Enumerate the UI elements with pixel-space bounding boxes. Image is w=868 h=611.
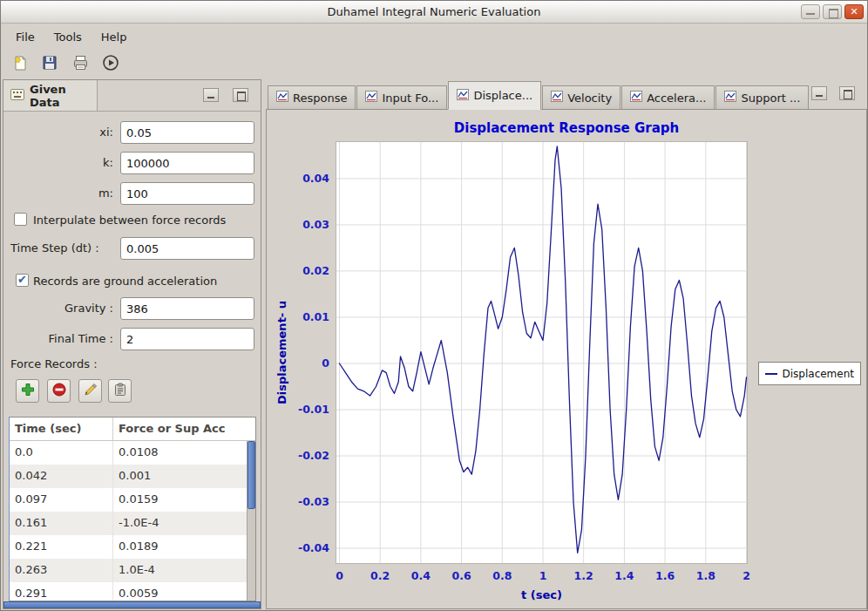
x-tick-label: 0.2 — [363, 569, 397, 582]
new-file-button[interactable] — [7, 52, 31, 77]
x-tick-label: 1 — [526, 569, 560, 582]
menu-file[interactable]: File — [6, 26, 44, 48]
menu-help[interactable]: Help — [92, 26, 137, 48]
new-file-icon — [11, 55, 28, 75]
paste-record-icon — [113, 383, 127, 400]
tab-label: Velocity — [567, 92, 612, 105]
cell-force: 0.0059 — [113, 582, 255, 601]
cell-force: -1.0E-4 — [113, 512, 255, 535]
gravity-input[interactable] — [120, 297, 254, 320]
force-records-label: Force Records : — [10, 357, 98, 370]
frame-minimize-icon[interactable] — [203, 88, 219, 102]
results-minimize-icon[interactable] — [811, 86, 827, 100]
window-title: Duhamel Integral Numeric Evaluation — [1, 1, 867, 23]
results-maximize-icon[interactable] — [839, 86, 855, 100]
chart-tab-icon — [276, 91, 288, 105]
col-header-time[interactable]: Time (sec) — [10, 418, 113, 440]
close-icon[interactable] — [844, 4, 864, 19]
final-time-label: Final Time : — [9, 332, 113, 345]
y-tick-label: -0.04 — [289, 541, 329, 554]
remove-record-button[interactable] — [47, 379, 71, 403]
plot-area — [336, 141, 748, 564]
table-row[interactable]: 0.00.0108 — [10, 441, 255, 465]
y-tick-label: -0.03 — [289, 495, 329, 508]
paste-record-button[interactable] — [108, 379, 132, 403]
print-button[interactable] — [68, 52, 92, 77]
maximize-icon[interactable] — [823, 4, 842, 19]
print-icon — [72, 55, 89, 75]
y-axis-label: Displacement- u — [275, 222, 290, 484]
x-tick-label: 0.8 — [485, 569, 519, 582]
y-tick-label: 0.03 — [289, 218, 329, 231]
run-icon — [102, 54, 119, 75]
tab-label: Accelera... — [647, 92, 706, 105]
time-step-input[interactable] — [120, 237, 254, 260]
m-input[interactable] — [120, 182, 254, 205]
results-frame: ResponseInput Fo...Displace...VelocityAc… — [266, 79, 867, 609]
cell-force: 0.0189 — [113, 535, 255, 559]
legend-label: Displacement — [783, 368, 855, 380]
tab-label: Response — [293, 92, 347, 105]
menu-tools[interactable]: Tools — [44, 26, 92, 48]
chart-tab-icon — [457, 89, 469, 103]
table-body: 0.00.01080.0420.0010.0970.01590.161-1.0E… — [10, 441, 255, 601]
tab-label: Displace... — [473, 89, 532, 102]
table-row[interactable]: 0.2631.0E-4 — [10, 559, 255, 582]
cell-force: 0.0159 — [113, 488, 255, 512]
cell-time: 0.291 — [10, 582, 113, 601]
legend: Displacement — [758, 362, 861, 385]
table-row[interactable]: 0.0970.0159 — [10, 488, 255, 512]
vertical-scrollbar-thumb[interactable] — [248, 441, 255, 509]
minimize-icon[interactable] — [801, 4, 820, 19]
col-header-force[interactable]: Force or Sup Acc — [113, 418, 255, 440]
edit-record-button[interactable] — [78, 379, 102, 403]
tab-velocity[interactable]: Velocity — [542, 85, 620, 109]
tab-response[interactable]: Response — [268, 85, 356, 109]
time-step-label: Time Step (dt) : — [10, 241, 99, 255]
menubar: File Tools Help — [1, 24, 867, 50]
save-button[interactable] — [37, 52, 62, 77]
xi-input[interactable] — [120, 121, 254, 144]
ground-accel-checkbox[interactable] — [16, 274, 29, 287]
given-data-title: Given Data — [30, 83, 97, 109]
tab-support[interactable]: Support ... — [715, 85, 809, 109]
x-tick-label: 1.4 — [607, 569, 641, 582]
vertical-scrollbar[interactable] — [247, 441, 255, 601]
remove-record-icon — [52, 383, 66, 400]
tab-accelera[interactable]: Accelera... — [621, 85, 715, 109]
table-row[interactable]: 0.0420.001 — [10, 465, 255, 488]
tab-displace[interactable]: Displace... — [448, 81, 541, 110]
y-tick-label: -0.02 — [289, 449, 329, 462]
tab-input-fo[interactable]: Input Fo... — [356, 85, 447, 109]
interpolate-checkbox[interactable] — [14, 213, 27, 226]
chart-tab-icon — [365, 91, 377, 105]
x-tick-label: 0.6 — [444, 569, 479, 582]
table-row[interactable]: 0.161-1.0E-4 — [10, 512, 255, 535]
cell-time: 0.097 — [10, 488, 113, 512]
k-label: k: — [9, 156, 113, 169]
run-button[interactable] — [98, 52, 123, 77]
horizontal-scrollbar[interactable] — [3, 601, 261, 608]
edit-record-icon — [84, 383, 98, 400]
app-window: Duhamel Integral Numeric Evaluation File… — [0, 0, 868, 611]
displacement-plot — [336, 141, 748, 564]
add-record-button[interactable] — [16, 379, 39, 403]
interpolate-label: Interpulate between force records — [33, 214, 226, 227]
table-header-row: Time (sec) Force or Sup Acc — [10, 418, 255, 441]
k-input[interactable] — [120, 152, 254, 174]
table-row[interactable]: 0.2210.0189 — [10, 535, 255, 559]
chart-tab-icon — [724, 91, 736, 105]
y-tick-label: 0 — [289, 356, 329, 370]
final-time-input[interactable] — [120, 328, 254, 350]
given-data-header: Given Data — [3, 80, 261, 112]
given-data-frame: Given Data xi: k: m: Interpulate between… — [3, 79, 261, 609]
tab-bar: ResponseInput Fo...Displace...VelocityAc… — [266, 79, 867, 109]
x-tick-label: 1.6 — [648, 569, 682, 582]
x-tick-label: 0.4 — [403, 569, 438, 582]
frame-maximize-icon[interactable] — [233, 88, 248, 102]
y-tick-label: 0.01 — [289, 310, 329, 323]
ground-accel-label: Records are ground acceleration — [33, 275, 217, 288]
table-row[interactable]: 0.2910.0059 — [10, 582, 255, 601]
toolbar — [1, 50, 867, 79]
horizontal-scrollbar-thumb[interactable] — [3, 601, 261, 608]
